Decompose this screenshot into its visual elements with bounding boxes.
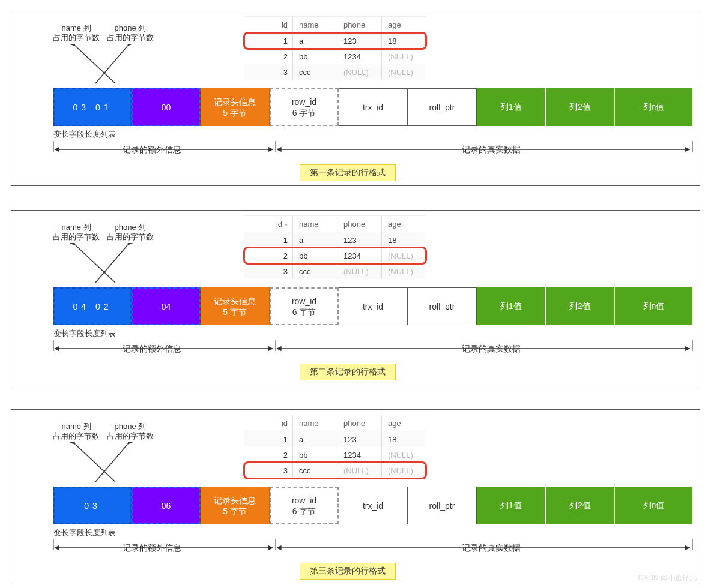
record-layout-row: 03 0100记录头信息5 字节row_id6 字节trx_idroll_ptr… — [53, 88, 693, 126]
varlen-bytes-cell: 03 01 — [53, 88, 132, 126]
svg-line-15 — [95, 445, 127, 482]
roll-ptr-cell: roll_ptr — [408, 487, 477, 524]
table-row: 2bb1234(NULL) — [244, 248, 426, 263]
sample-data-table: idnamephoneage1a123182bb1234(NULL)3ccc(N… — [244, 415, 426, 478]
svg-line-7 — [76, 245, 115, 283]
extra-info-label: 记录的额外信息 — [123, 344, 181, 355]
varlen-bytes-cell: 03 — [53, 487, 132, 524]
table-row: 2bb1234(NULL) — [244, 49, 426, 64]
col-header-phone: phone — [337, 415, 382, 431]
column-byte-annotation: name 列占用的字节数phone 列占用的字节数 — [50, 422, 177, 476]
table-row: 3ccc(NULL)(NULL) — [244, 64, 426, 80]
record-extent-brace: 记录的额外信息记录的真实数据 — [53, 539, 693, 559]
panel-caption: 第三条记录的行格式 — [300, 563, 396, 580]
column-byte-annotation: name 列占用的字节数phone 列占用的字节数 — [50, 23, 177, 77]
col-header-age: age — [382, 415, 426, 431]
row-id-cell: row_id6 字节 — [270, 287, 339, 325]
col-header-id: id — [244, 415, 293, 431]
trx-id-cell: trx_id — [339, 487, 408, 524]
svg-line-1 — [95, 46, 127, 83]
phone-bytes-label: phone 列占用的字节数 — [104, 422, 156, 441]
coln-cell: 列n值 — [615, 88, 693, 126]
record-layout-row: 0306记录头信息5 字节row_id6 字节trx_idroll_ptr列1值… — [53, 487, 693, 524]
row-id-cell: row_id6 字节 — [270, 487, 339, 524]
phone-bytes-label: phone 列占用的字节数 — [104, 223, 156, 242]
record-panel-2: name 列占用的字节数phone 列占用的字节数id▾namephoneage… — [11, 210, 700, 385]
sample-data-table: idnamephoneage1a123182bb1234(NULL)3ccc(N… — [244, 16, 426, 80]
roll-ptr-cell: roll_ptr — [408, 287, 477, 325]
varlen-list-label: 变长字段长度列表 — [53, 129, 116, 140]
sort-indicator-icon: ▾ — [285, 221, 288, 228]
panel-caption: 第二条记录的行格式 — [300, 364, 396, 380]
real-data-label: 记录的真实数据 — [462, 344, 521, 355]
phone-bytes-label: phone 列占用的字节数 — [104, 23, 156, 43]
table-row: 2bb1234(NULL) — [244, 447, 426, 463]
col1-cell: 列1值 — [477, 88, 546, 126]
name-bytes-label: name 列占用的字节数 — [50, 422, 102, 441]
col-header-phone: phone — [337, 216, 382, 232]
record-panel-3: name 列占用的字节数phone 列占用的字节数idnamephoneage1… — [11, 409, 700, 584]
col-header-age: age — [382, 17, 426, 33]
record-header-cell: 记录头信息5 字节 — [201, 287, 270, 325]
col2-cell: 列2值 — [546, 88, 615, 126]
record-header-cell: 记录头信息5 字节 — [201, 487, 270, 524]
table-row: 3ccc(NULL)(NULL) — [244, 463, 426, 478]
col2-cell: 列2值 — [546, 287, 615, 325]
col1-cell: 列1值 — [477, 287, 546, 325]
sample-data-table: id▾namephoneage1a123182bb1234(NULL)3ccc(… — [244, 215, 426, 279]
record-extent-brace: 记录的额外信息记录的真实数据 — [53, 141, 693, 160]
row-id-cell: row_id6 字节 — [270, 88, 339, 126]
trx-id-cell: trx_id — [339, 287, 408, 325]
col-header-name: name — [293, 17, 337, 33]
col1-cell: 列1值 — [477, 487, 546, 524]
record-extent-brace: 记录的额外信息记录的真实数据 — [53, 340, 693, 359]
coln-cell: 列n值 — [615, 287, 693, 325]
svg-line-0 — [76, 46, 115, 83]
table-row: 3ccc(NULL)(NULL) — [244, 263, 426, 279]
real-data-label: 记录的真实数据 — [462, 543, 521, 554]
null-bitmap-cell: 00 — [132, 88, 201, 126]
name-bytes-label: name 列占用的字节数 — [50, 23, 102, 43]
svg-line-14 — [76, 445, 115, 482]
col-header-age: age — [382, 216, 426, 232]
null-bitmap-cell: 04 — [132, 287, 201, 325]
svg-line-8 — [95, 245, 127, 283]
col-header-id: id▾ — [244, 216, 293, 232]
col-header-name: name — [293, 415, 337, 431]
varlen-bytes-cell: 04 02 — [53, 287, 132, 325]
col-header-phone: phone — [337, 17, 382, 33]
varlen-list-label: 变长字段长度列表 — [53, 527, 116, 538]
name-bytes-label: name 列占用的字节数 — [50, 223, 102, 242]
column-byte-annotation: name 列占用的字节数phone 列占用的字节数 — [50, 223, 177, 277]
col-header-id: id — [244, 17, 293, 33]
real-data-label: 记录的真实数据 — [462, 145, 521, 155]
col-header-name: name — [293, 216, 337, 232]
record-panel-1: name 列占用的字节数phone 列占用的字节数idnamephoneage1… — [11, 11, 700, 186]
varlen-list-label: 变长字段长度列表 — [53, 328, 116, 339]
record-layout-row: 04 0204记录头信息5 字节row_id6 字节trx_idroll_ptr… — [53, 287, 693, 325]
extra-info-label: 记录的额外信息 — [123, 543, 181, 554]
panel-caption: 第一条记录的行格式 — [300, 164, 396, 181]
null-bitmap-cell: 06 — [132, 487, 201, 524]
col2-cell: 列2值 — [546, 487, 615, 524]
table-row: 1a12318 — [244, 431, 426, 448]
trx-id-cell: trx_id — [339, 88, 408, 126]
extra-info-label: 记录的额外信息 — [123, 145, 181, 155]
record-header-cell: 记录头信息5 字节 — [201, 88, 270, 126]
coln-cell: 列n值 — [615, 487, 693, 524]
table-row: 1a12318 — [244, 33, 426, 49]
table-row: 1a12318 — [244, 232, 426, 248]
watermark: CSDN @小鱼仔儿 — [638, 573, 697, 583]
roll-ptr-cell: roll_ptr — [408, 88, 477, 126]
